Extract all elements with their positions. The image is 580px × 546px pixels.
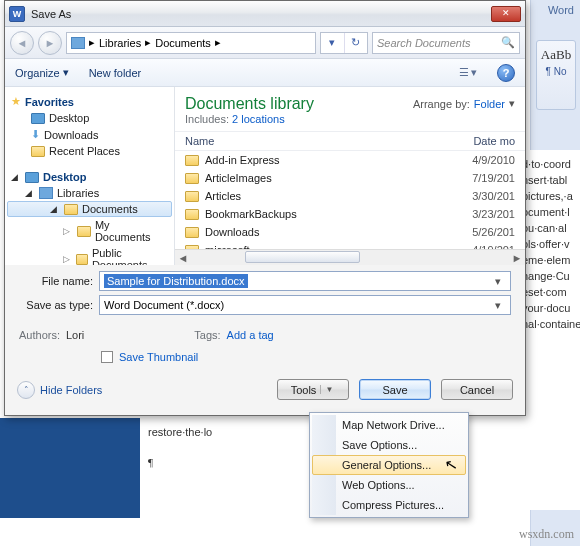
chevron-down-icon: ▾ (509, 97, 515, 110)
libraries-icon (71, 37, 85, 49)
column-headers[interactable]: Name Date mo (175, 131, 525, 151)
breadcrumb-libraries[interactable]: Libraries (99, 37, 141, 49)
list-item[interactable]: Downloads5/26/201 (175, 223, 525, 241)
checkbox[interactable] (101, 351, 113, 363)
authors-label: Authors: (19, 329, 60, 341)
address-bar[interactable]: ▸ Libraries ▸ Documents ▸ (66, 32, 316, 54)
library-subtitle: Includes: 2 locations (185, 113, 515, 125)
scroll-right[interactable]: ► (509, 250, 525, 265)
watermark: wsxdn.com (519, 527, 574, 542)
history-dropdown[interactable]: ▾ (321, 33, 345, 53)
download-icon: ⬇ (31, 128, 40, 141)
chevron-up-icon: ˄ (17, 381, 35, 399)
nav-pane[interactable]: ★Favorites Desktop ⬇Downloads Recent Pla… (5, 87, 175, 265)
ribbon-sub: ¶ No (537, 66, 575, 77)
nav-documents-selected[interactable]: ◢Documents (7, 201, 172, 217)
triangle-right-icon[interactable]: ▷ (63, 254, 72, 264)
triangle-down-icon[interactable]: ◢ (11, 172, 21, 182)
search-input[interactable]: Search Documents 🔍 (372, 32, 520, 54)
chevron-down-icon[interactable]: ▾ (490, 275, 506, 288)
recent-icon (31, 146, 45, 157)
col-date[interactable]: Date mo (473, 135, 515, 147)
list-item[interactable]: Add-in Express4/9/2010 (175, 151, 525, 169)
list-item[interactable]: Articles3/30/201 (175, 187, 525, 205)
breadcrumb-documents[interactable]: Documents (155, 37, 211, 49)
ribbon-sample: AaBb (537, 47, 575, 63)
type-label: Save as type: (19, 299, 99, 311)
menu-map-drive[interactable]: Map Network Drive... (312, 415, 466, 435)
chevron-down-icon[interactable]: ▾ (490, 299, 506, 312)
word-doc-icon: W (9, 6, 25, 22)
folder-icon (185, 227, 199, 238)
menu-general-options[interactable]: General Options... (312, 455, 466, 475)
ribbon-styles-group[interactable]: AaBb ¶ No (536, 40, 576, 110)
chevron-right-icon[interactable]: ▸ (215, 36, 221, 49)
star-icon: ★ (11, 95, 21, 108)
file-list-pane: Documents library Includes: 2 locations … (175, 87, 525, 265)
menu-compress-pictures[interactable]: Compress Pictures... (312, 495, 466, 515)
nav-forward-button[interactable]: ► (38, 31, 62, 55)
nav-recent[interactable]: Recent Places (7, 143, 172, 159)
desktop-icon (25, 172, 39, 183)
filename-value: Sample for Distribution.docx (104, 274, 248, 288)
triangle-right-icon[interactable]: ▷ (63, 226, 73, 236)
desktop-icon (31, 113, 45, 124)
menu-save-options[interactable]: Save Options... (312, 435, 466, 455)
organize-button[interactable]: Organize ▾ (15, 66, 69, 79)
type-select[interactable]: Word Document (*.docx) ▾ (99, 295, 511, 315)
tools-button[interactable]: Tools▼ (277, 379, 349, 400)
refresh-group: ▾ ↻ (320, 32, 368, 54)
view-button[interactable]: ☰ ▾ (459, 66, 477, 79)
cancel-button[interactable]: Cancel (441, 379, 513, 400)
close-button[interactable]: ✕ (491, 6, 521, 22)
nav-my-documents[interactable]: ▷My Documents (7, 217, 172, 245)
doc-line: restore·the·lo (148, 426, 212, 438)
save-thumbnail-label: Save Thumbnail (119, 351, 198, 363)
word-left-decor (0, 418, 140, 518)
nav-desktop[interactable]: Desktop (7, 110, 172, 126)
desktop-group[interactable]: ◢Desktop (7, 169, 172, 185)
favorites-group[interactable]: ★Favorites (7, 93, 172, 110)
refresh-button[interactable]: ↻ (345, 33, 368, 53)
nav-downloads[interactable]: ⬇Downloads (7, 126, 172, 143)
folder-icon (185, 209, 199, 220)
tools-menu: Map Network Drive... Save Options... Gen… (309, 412, 469, 518)
menu-web-options[interactable]: Web Options... (312, 475, 466, 495)
authors-value[interactable]: Lori (66, 329, 84, 341)
filename-label: File name: (19, 275, 99, 287)
button-bar: ˄ Hide Folders Tools▼ Save Cancel (5, 373, 525, 410)
save-button[interactable]: Save (359, 379, 431, 400)
hscrollbar[interactable]: ◄ ► (175, 249, 525, 265)
chevron-down-icon: ▼ (320, 385, 333, 394)
tags-value[interactable]: Add a tag (227, 329, 274, 341)
doc-area: d·to·coordnsert·tablpictures,·a ocument·… (520, 150, 580, 510)
new-folder-button[interactable]: New folder (89, 67, 142, 79)
arrange-by[interactable]: Arrange by: Folder ▾ (413, 97, 515, 110)
list-item[interactable]: ArticleImages7/19/201 (175, 169, 525, 187)
scroll-thumb[interactable] (245, 251, 360, 263)
nav-public-documents[interactable]: ▷Public Documents (7, 245, 172, 265)
list-item[interactable]: microsoft4/19/201 (175, 241, 525, 249)
list-item[interactable]: BookmarkBackups3/23/201 (175, 205, 525, 223)
search-icon: 🔍 (501, 36, 515, 49)
nav-libraries[interactable]: ◢Libraries (7, 185, 172, 201)
chevron-right-icon[interactable]: ▸ (89, 36, 95, 49)
nav-back-button[interactable]: ◄ (10, 31, 34, 55)
file-list[interactable]: Add-in Express4/9/2010 ArticleImages7/19… (175, 151, 525, 249)
chevron-right-icon[interactable]: ▸ (145, 36, 151, 49)
meta-row: Authors:Lori Tags:Add a tag (5, 325, 525, 349)
hide-folders-button[interactable]: ˄ Hide Folders (17, 381, 102, 399)
triangle-down-icon[interactable]: ◢ (25, 188, 35, 198)
chevron-down-icon: ▾ (63, 66, 69, 79)
locations-link[interactable]: 2 locations (232, 113, 285, 125)
col-name[interactable]: Name (185, 135, 473, 147)
folder-icon (185, 191, 199, 202)
triangle-down-icon[interactable]: ◢ (50, 204, 60, 214)
chevron-down-icon: ▾ (471, 66, 477, 79)
help-button[interactable]: ? (497, 64, 515, 82)
titlebar[interactable]: W Save As ✕ (5, 1, 525, 27)
toolbar: Organize ▾ New folder ☰ ▾ ? (5, 59, 525, 87)
scroll-left[interactable]: ◄ (175, 250, 191, 265)
save-thumbnail-check[interactable]: Save Thumbnail (5, 349, 525, 373)
filename-input[interactable]: Sample for Distribution.docx ▾ (99, 271, 511, 291)
